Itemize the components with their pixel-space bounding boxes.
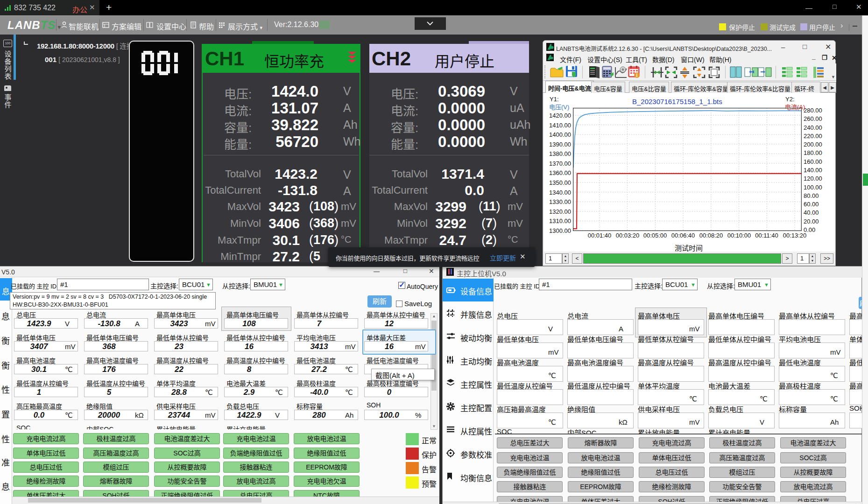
svg-text:i: i bbox=[636, 73, 638, 78]
